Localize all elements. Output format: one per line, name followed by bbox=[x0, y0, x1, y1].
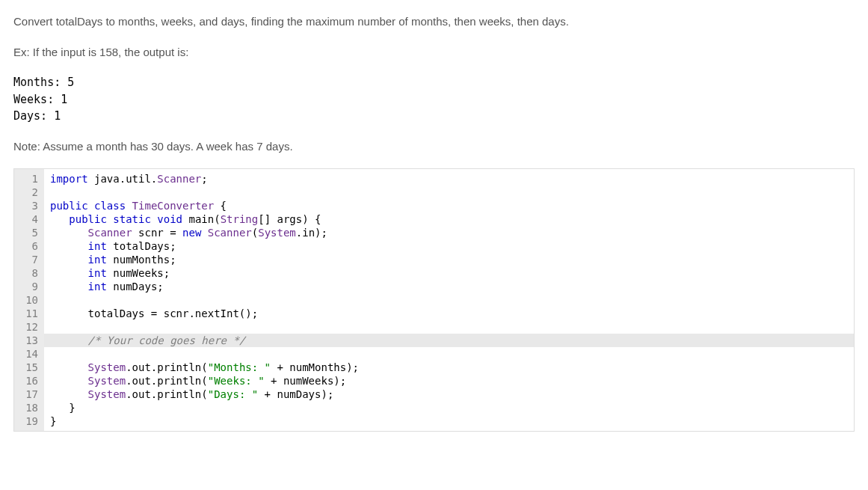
code-token: String bbox=[221, 213, 259, 225]
code-token: ( bbox=[252, 227, 258, 239]
code-token: System bbox=[88, 388, 126, 400]
code-token bbox=[50, 281, 88, 293]
code-line[interactable]: /* Your code goes here */ bbox=[44, 334, 854, 347]
code-token bbox=[201, 227, 207, 239]
code-line[interactable]: Scanner scnr = new Scanner(System.in); bbox=[44, 226, 854, 239]
problem-description-2: Ex: If the input is 158, the output is: bbox=[13, 44, 855, 61]
code-line[interactable]: System.out.println("Days: " + numDays); bbox=[44, 388, 854, 401]
code-token: + numDays); bbox=[258, 388, 333, 400]
code-token: int bbox=[88, 254, 107, 266]
code-line[interactable]: int numMonths; bbox=[44, 253, 854, 266]
code-token: public bbox=[69, 213, 107, 225]
code-line[interactable] bbox=[44, 293, 854, 307]
code-line[interactable]: int numDays; bbox=[44, 280, 854, 293]
code-line[interactable]: public static void main(String[] args) { bbox=[44, 212, 854, 226]
code-token: import bbox=[50, 173, 88, 185]
line-number-gutter: 1 2 3 4 5 6 7 8 9 10 11 12 13 14 15 16 1… bbox=[14, 169, 44, 431]
code-token: numMonths; bbox=[107, 254, 176, 266]
code-token: Scanner bbox=[208, 227, 252, 239]
code-line[interactable]: System.out.println("Months: " + numMonth… bbox=[44, 361, 854, 374]
code-line[interactable] bbox=[44, 347, 854, 361]
code-token: System bbox=[88, 375, 126, 387]
code-editor[interactable]: 1 2 3 4 5 6 7 8 9 10 11 12 13 14 15 16 1… bbox=[13, 168, 855, 432]
code-token: numDays; bbox=[107, 281, 164, 293]
code-token bbox=[50, 240, 88, 252]
code-token: java.util. bbox=[88, 173, 158, 185]
code-token: public bbox=[50, 200, 88, 212]
code-token: class bbox=[94, 200, 126, 212]
code-line[interactable]: } bbox=[44, 414, 854, 428]
code-token bbox=[50, 361, 88, 373]
code-token: .out.println( bbox=[126, 388, 208, 400]
code-token: totalDays; bbox=[107, 240, 176, 252]
code-token: .out.println( bbox=[126, 361, 208, 373]
code-line[interactable]: int totalDays; bbox=[44, 239, 854, 253]
code-token: System bbox=[88, 361, 126, 373]
problem-description-1: Convert totalDays to months, weeks, and … bbox=[13, 13, 855, 31]
code-token bbox=[50, 254, 88, 266]
code-token: System bbox=[258, 227, 296, 239]
code-line[interactable] bbox=[44, 186, 854, 199]
code-token: "Months: " bbox=[208, 361, 271, 373]
code-line[interactable]: } bbox=[44, 401, 854, 414]
code-token: "Days: " bbox=[208, 388, 258, 400]
code-token: } bbox=[50, 415, 56, 427]
code-token: } bbox=[50, 402, 76, 414]
code-token bbox=[50, 388, 88, 400]
code-token: int bbox=[88, 240, 107, 252]
code-token: new bbox=[182, 227, 201, 239]
code-token: int bbox=[88, 267, 107, 279]
example-output: Months: 5 Weeks: 1 Days: 1 bbox=[13, 74, 855, 125]
code-token bbox=[50, 375, 88, 387]
code-token: Scanner bbox=[157, 173, 201, 185]
code-area[interactable]: import java.util.Scanner; public class T… bbox=[44, 169, 854, 431]
code-token: ; bbox=[201, 173, 207, 185]
code-token: scnr = bbox=[132, 227, 182, 239]
code-token bbox=[126, 200, 132, 212]
code-token: + numMonths); bbox=[271, 361, 359, 373]
code-token: { bbox=[214, 200, 227, 212]
problem-note: Note: Assume a month has 30 days. A week… bbox=[13, 138, 855, 156]
code-line[interactable]: public class TimeConverter { bbox=[44, 199, 854, 212]
code-token: main( bbox=[182, 213, 221, 225]
code-token: totalDays = scnr.nextInt(); bbox=[50, 307, 258, 319]
code-token: numWeeks; bbox=[107, 267, 170, 279]
code-token bbox=[88, 200, 94, 212]
code-token: .in); bbox=[296, 227, 327, 239]
code-line[interactable]: totalDays = scnr.nextInt(); bbox=[44, 307, 854, 320]
code-token: .out.println( bbox=[126, 375, 208, 387]
code-token: void bbox=[157, 213, 182, 225]
code-token: /* Your code goes here */ bbox=[88, 334, 246, 346]
code-token: int bbox=[88, 281, 107, 293]
code-token bbox=[50, 267, 88, 279]
code-token: [] args) { bbox=[258, 213, 321, 225]
code-token: Scanner bbox=[88, 227, 132, 239]
code-token bbox=[50, 227, 88, 239]
code-token bbox=[50, 213, 69, 225]
code-line[interactable] bbox=[44, 320, 854, 334]
code-line[interactable]: import java.util.Scanner; bbox=[44, 172, 854, 186]
code-token: static bbox=[113, 213, 151, 225]
code-line[interactable]: System.out.println("Weeks: " + numWeeks)… bbox=[44, 374, 854, 388]
code-token: + numWeeks); bbox=[265, 375, 347, 387]
code-line[interactable]: int numWeeks; bbox=[44, 266, 854, 280]
code-token: "Weeks: " bbox=[208, 375, 265, 387]
code-token: TimeConverter bbox=[132, 200, 215, 212]
code-token bbox=[50, 334, 88, 346]
